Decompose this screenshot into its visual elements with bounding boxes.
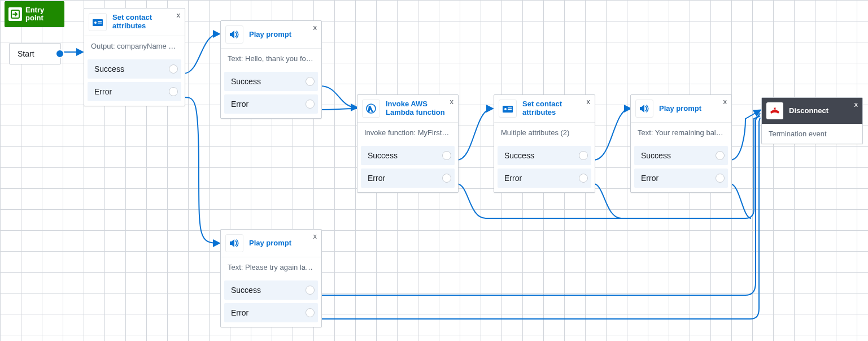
output-port[interactable] — [306, 286, 315, 295]
node-set-contact-attributes-2[interactable]: Set contact attributes x Multiple attrib… — [494, 94, 595, 193]
branch-error[interactable]: Error — [224, 303, 318, 322]
speaker-icon — [225, 234, 243, 252]
start-output-port[interactable] — [55, 49, 64, 58]
branch-success[interactable]: Success — [88, 59, 181, 79]
output-port[interactable] — [306, 77, 315, 86]
node-subtitle: Text: Hello, thank you for ... — [221, 49, 321, 68]
output-port[interactable] — [442, 174, 451, 183]
hangup-icon — [766, 102, 783, 119]
entry-point-block: Entry point — [5, 1, 64, 27]
lambda-icon — [362, 100, 380, 118]
close-icon[interactable]: x — [854, 100, 858, 109]
flow-canvas[interactable]: Entry point Start Set contact attributes… — [0, 0, 868, 341]
entry-arrow-icon — [8, 7, 22, 21]
node-title: Set contact attributes — [112, 14, 179, 31]
branch-error[interactable]: Error — [498, 169, 591, 188]
close-icon[interactable]: x — [313, 232, 317, 240]
branch-error[interactable]: Error — [361, 169, 455, 188]
branch-error[interactable]: Error — [88, 82, 181, 101]
node-title: Play prompt — [249, 239, 291, 248]
node-play-prompt-1[interactable]: Play prompt x Text: Hello, thank you for… — [220, 20, 322, 119]
branch-error[interactable]: Error — [634, 169, 728, 188]
output-port[interactable] — [169, 64, 178, 74]
start-block[interactable]: Start — [9, 43, 61, 64]
node-title: Invoke AWS Lambda function — [386, 100, 448, 117]
close-icon[interactable]: x — [313, 23, 317, 32]
node-subtitle: Invoke function: MyFirstC... — [357, 123, 458, 143]
svg-rect-3 — [98, 21, 102, 22]
close-icon[interactable]: x — [723, 97, 727, 106]
close-icon[interactable]: x — [177, 11, 181, 19]
node-title: Disconnect — [789, 107, 828, 115]
output-port[interactable] — [306, 308, 315, 317]
output-port[interactable] — [716, 151, 725, 160]
node-invoke-lambda[interactable]: Invoke AWS Lambda function x Invoke func… — [357, 94, 459, 193]
node-subtitle: Text: Please try again later. — [221, 257, 321, 277]
node-subtitle: Output: companyName = ... — [84, 36, 185, 56]
close-icon[interactable]: x — [587, 97, 591, 106]
contact-attributes-icon — [499, 100, 517, 118]
node-title: Set contact attributes — [522, 100, 589, 117]
branch-success[interactable]: Success — [498, 146, 591, 165]
output-port[interactable] — [716, 174, 725, 183]
node-disconnect[interactable]: Disconnect x Termination event — [761, 97, 863, 144]
svg-rect-4 — [98, 23, 102, 24]
entry-point-label: Entry point — [25, 6, 44, 21]
node-play-prompt-2[interactable]: Play prompt x Text: Your remaining bala.… — [630, 94, 732, 193]
output-port[interactable] — [169, 87, 178, 96]
branch-success[interactable]: Success — [361, 146, 455, 165]
svg-rect-8 — [508, 107, 512, 109]
svg-rect-9 — [508, 109, 512, 110]
contact-attributes-icon — [89, 13, 107, 31]
branch-success[interactable]: Success — [224, 280, 318, 300]
node-subtitle: Text: Your remaining bala... — [631, 123, 731, 143]
output-port[interactable] — [442, 151, 451, 160]
output-port[interactable] — [579, 174, 588, 183]
start-label: Start — [18, 49, 34, 58]
node-title: Play prompt — [249, 31, 291, 39]
speaker-icon — [225, 25, 243, 44]
node-set-contact-attributes-1[interactable]: Set contact attributes x Output: company… — [84, 8, 185, 106]
svg-point-2 — [94, 21, 97, 24]
node-subtitle: Multiple attributes (2) — [494, 123, 595, 143]
branch-error[interactable]: Error — [224, 94, 318, 114]
node-play-prompt-3[interactable]: Play prompt x Text: Please try again lat… — [220, 229, 322, 327]
node-subtitle: Termination event — [762, 124, 862, 144]
output-port[interactable] — [306, 100, 315, 109]
speaker-icon — [635, 100, 653, 118]
node-title: Play prompt — [659, 105, 701, 113]
branch-success[interactable]: Success — [634, 146, 728, 165]
svg-point-7 — [504, 108, 507, 110]
output-port[interactable] — [579, 151, 588, 160]
close-icon[interactable]: x — [450, 97, 454, 106]
branch-success[interactable]: Success — [224, 72, 318, 91]
